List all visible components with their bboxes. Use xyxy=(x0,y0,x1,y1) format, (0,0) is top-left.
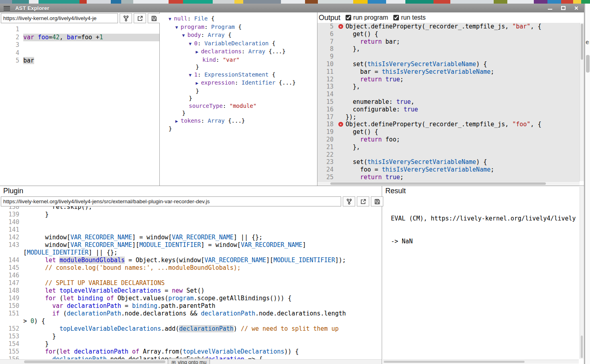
code-line[interactable]: 8 }, xyxy=(317,45,580,53)
code-line[interactable]: 145 // console.log('bound names:', ...mo… xyxy=(0,264,382,272)
code-line[interactable]: 22 xyxy=(317,151,580,159)
titlebar[interactable]: AST Explorer ✕ xyxy=(0,4,584,12)
plugin-url-input[interactable] xyxy=(1,196,341,206)
run-program-checkbox[interactable] xyxy=(346,15,351,20)
ast-tree[interactable]: ▼ null: File { ▼ program: Program { ▼ bo… xyxy=(160,12,317,133)
code-line[interactable]: 10 set(thisIsVererySecretVariableName) { xyxy=(317,61,580,68)
code-line[interactable]: 20 return foo; xyxy=(317,136,580,144)
result-line: EVAL (CM), https://lively-kernel.org/liv… xyxy=(391,215,584,222)
code-line[interactable]: } xyxy=(169,109,317,117)
code-line[interactable]: 150 var declarationPath = binding.path.p… xyxy=(0,302,382,310)
code-line[interactable]: 143 window[VAR_RECORDER_NAME][MODULE_IDE… xyxy=(0,241,382,257)
code-line[interactable]: 13 }, xyxy=(317,83,580,91)
code-text: kind: "var" xyxy=(169,56,317,64)
code-line[interactable]: 12 return true; xyxy=(317,76,580,83)
code-line[interactable]: ▶ expression: Identifier {...} xyxy=(169,79,317,87)
menu-icon[interactable] xyxy=(4,6,10,10)
output-horizontal-scrollbar[interactable] xyxy=(317,181,580,186)
code-line[interactable]: 152 topLevelVariableDeclarations.add(dec… xyxy=(0,325,382,333)
code-line[interactable]: 155 for(let declarationPath of Array.fro… xyxy=(0,348,382,356)
code-line[interactable]: } xyxy=(169,125,317,133)
code-line[interactable]: 149 for (let binding of Object.values(pr… xyxy=(0,295,382,302)
code-line[interactable]: 9 xyxy=(317,53,580,61)
result-vertical-scrollbar[interactable] xyxy=(580,187,584,359)
code-line[interactable]: 25 return true; xyxy=(317,174,580,181)
code-line[interactable]: 18✕Object.defineProperty(_recorder_.temp… xyxy=(317,121,580,128)
code-line[interactable]: 140 xyxy=(0,218,382,226)
code-line[interactable]: 148 let topLevelVariableDeclarations = n… xyxy=(0,287,382,295)
output-code[interactable]: 5✕Object.defineProperty(_recorder_.tempf… xyxy=(317,23,580,181)
code-line[interactable]: 15 enumerable: true, xyxy=(317,98,580,106)
maximize-button[interactable] xyxy=(560,5,566,11)
line-number: 11 xyxy=(317,68,336,76)
branch-icon xyxy=(123,15,129,22)
plugin-version-history-button[interactable] xyxy=(343,196,355,206)
code-line[interactable]: 138 ret.skip(); xyxy=(0,206,382,211)
code-line[interactable]: 14 xyxy=(317,91,580,98)
run-tests-toggle[interactable]: run tests xyxy=(393,14,425,21)
code-line[interactable]: 5✕Object.defineProperty(_recorder_.tempf… xyxy=(317,23,580,30)
code-line[interactable]: } xyxy=(169,95,317,102)
code-line[interactable]: 139 } xyxy=(0,211,382,218)
code-line[interactable]: 141 xyxy=(0,226,382,234)
code-line[interactable]: } xyxy=(169,63,317,71)
code-text: var foo=42, bar=foo +1 xyxy=(23,34,159,42)
close-button[interactable]: ✕ xyxy=(574,5,579,11)
code-line[interactable]: 7 return bar; xyxy=(317,38,580,46)
scrollbar-thumb[interactable] xyxy=(581,336,583,358)
code-line[interactable]: ▼ null: File { xyxy=(169,15,317,23)
code-line[interactable]: 6 get() { xyxy=(317,30,580,38)
code-line[interactable]: 147 // SPLIT UP VARIABLE DECLARATIONS xyxy=(0,279,382,287)
code-line[interactable]: sourceType: "module" xyxy=(169,102,317,110)
code-line[interactable]: 16 configurable: true xyxy=(317,106,580,113)
code-line[interactable]: ▶ tokens: Array {...} xyxy=(169,117,317,125)
code-line[interactable]: ▼ body: Array { xyxy=(169,31,317,40)
result-horizontal-scrollbar[interactable] xyxy=(383,360,579,364)
source-editor[interactable]: 12var foo=42, bar=foo +1345bar xyxy=(0,24,159,186)
code-line[interactable]: 151 if (declarationPath.node.declaration… xyxy=(0,310,382,325)
scrollbar-thumb[interactable] xyxy=(24,360,165,363)
code-line[interactable]: 142 window[VAR_RECORDER_NAME] = window[V… xyxy=(0,234,382,241)
scrollbar-thumb[interactable] xyxy=(581,24,583,60)
source-url-input[interactable] xyxy=(1,13,118,23)
code-text: for(let declarationPath of Array.from(to… xyxy=(23,348,382,356)
code-line[interactable]: 24 foo = thisIsVererySecretVariableName; xyxy=(317,166,580,174)
output-vertical-scrollbar[interactable] xyxy=(580,23,584,181)
code-line[interactable]: 154 } xyxy=(0,340,382,348)
code-line[interactable]: 3 xyxy=(0,41,159,49)
scrollbar-thumb[interactable] xyxy=(586,55,590,73)
code-line[interactable]: 21 }, xyxy=(317,144,580,151)
plugin-editor[interactable]: 138 ret.skip();139 }140141142 window[VAR… xyxy=(0,206,382,364)
code-text: bar = thisIsVererySecretVariableName; xyxy=(346,68,580,76)
code-line[interactable]: ▶ declarations: Array {...} xyxy=(169,48,317,56)
scrollbar-thumb[interactable] xyxy=(384,361,525,363)
window-title: AST Explorer xyxy=(15,5,49,11)
code-line[interactable]: ▼ 1: ExpressionStatement { xyxy=(169,71,317,79)
code-line[interactable]: 5bar xyxy=(0,57,159,65)
code-line[interactable]: 1 xyxy=(0,26,159,34)
code-line[interactable]: 19 get() { xyxy=(317,128,580,136)
plugin-open-external-button[interactable] xyxy=(357,196,369,206)
code-line[interactable]: } xyxy=(169,87,317,95)
minimize-button[interactable] xyxy=(547,5,553,11)
version-history-button[interactable] xyxy=(120,13,132,23)
code-line[interactable]: 144 let moduleBoundGlobals = Object.keys… xyxy=(0,257,382,264)
code-line[interactable]: 11 bar = thisIsVererySecretVariableName; xyxy=(317,68,580,76)
code-line[interactable]: 2var foo=42, bar=foo +1 xyxy=(0,34,159,42)
badge-cell: ✕ xyxy=(336,23,346,29)
code-line[interactable]: 153 } xyxy=(0,333,382,340)
code-line[interactable]: kind: "var" xyxy=(169,56,317,64)
plugin-save-button[interactable] xyxy=(371,196,383,206)
run-program-toggle[interactable]: run program xyxy=(346,14,388,21)
scrollbar-thumb[interactable] xyxy=(330,182,546,185)
save-button[interactable] xyxy=(148,13,160,23)
code-line[interactable]: 146 xyxy=(0,272,382,279)
code-line[interactable]: 4 xyxy=(0,49,159,57)
open-external-button[interactable] xyxy=(134,13,146,23)
code-line[interactable]: ▼ 0: VariableDeclaration { xyxy=(169,40,317,48)
run-tests-checkbox[interactable] xyxy=(393,15,399,20)
code-line[interactable]: 17}); xyxy=(317,113,580,121)
code-line[interactable]: ▼ program: Program { xyxy=(169,23,317,32)
code-line[interactable]: 23 set(thisIsVererySecretVariableName) { xyxy=(317,158,580,166)
line-number: 145 xyxy=(0,264,23,272)
